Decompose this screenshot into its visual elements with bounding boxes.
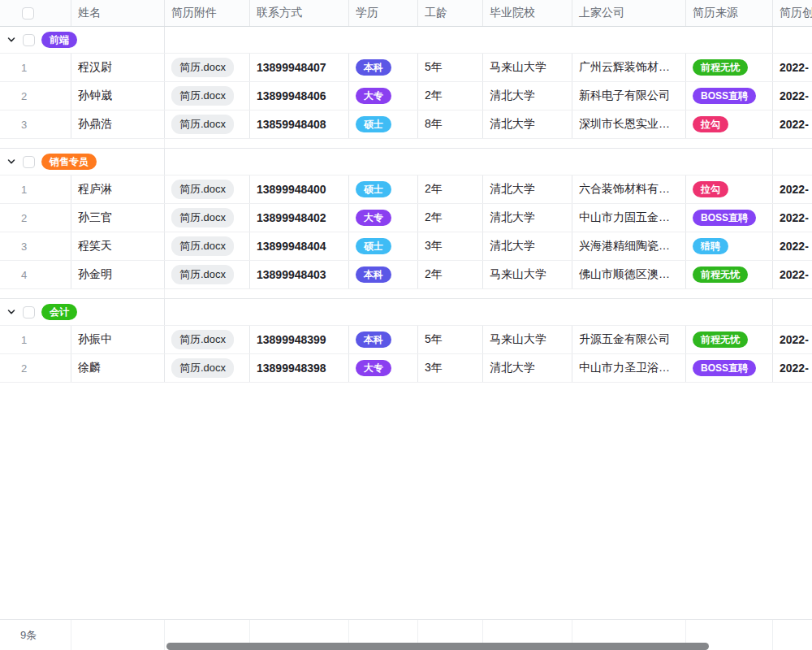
attachment-cell[interactable]: 简历.docx: [165, 82, 250, 110]
attachment-cell[interactable]: 简历.docx: [165, 354, 250, 382]
row-number-cell[interactable]: 3: [0, 232, 71, 260]
source-cell[interactable]: 前程无忧: [686, 261, 773, 288]
attachment-cell[interactable]: 简历.docx: [165, 204, 250, 232]
source-cell[interactable]: 拉勾: [686, 176, 773, 203]
attachment-chip[interactable]: 简历.docx: [171, 115, 234, 134]
name-cell[interactable]: 程庐淋: [71, 176, 165, 203]
years-cell[interactable]: 5年: [418, 54, 483, 81]
education-cell[interactable]: 硕士: [349, 110, 418, 138]
years-cell[interactable]: 2年: [418, 204, 483, 232]
source-cell[interactable]: 猎聘: [686, 232, 773, 260]
attachment-chip[interactable]: 简历.docx: [171, 208, 234, 228]
attachment-chip[interactable]: 简历.docx: [171, 358, 234, 378]
column-header-name[interactable]: 姓名: [71, 0, 165, 26]
attachment-cell[interactable]: 简历.docx: [165, 176, 250, 203]
years-cell[interactable]: 2年: [418, 261, 483, 288]
phone-cell[interactable]: 13899948398: [250, 354, 349, 382]
phone-cell[interactable]: 13899948400: [250, 176, 349, 203]
company-cell[interactable]: 广州云辉装饰材…: [572, 54, 686, 81]
attachment-cell[interactable]: 简历.docx: [165, 110, 250, 138]
name-cell[interactable]: 程笑天: [71, 232, 165, 260]
name-cell[interactable]: 程汉尉: [71, 54, 165, 81]
created-cell[interactable]: 2022-: [773, 354, 812, 382]
row-number-cell[interactable]: 4: [0, 261, 71, 288]
source-cell[interactable]: BOSS直聘: [686, 204, 773, 232]
column-header-created[interactable]: 简历创建时间: [773, 0, 812, 26]
education-cell[interactable]: 大专: [349, 354, 418, 382]
attachment-cell[interactable]: 简历.docx: [165, 326, 250, 353]
source-cell[interactable]: BOSS直聘: [686, 82, 773, 110]
source-cell[interactable]: BOSS直聘: [686, 354, 773, 382]
years-cell[interactable]: 5年: [418, 326, 483, 353]
name-cell[interactable]: 孙三官: [71, 204, 165, 232]
name-cell[interactable]: 孙金明: [71, 261, 165, 288]
created-cell[interactable]: 2022-: [773, 110, 812, 138]
name-cell[interactable]: 徐麟: [71, 354, 165, 382]
school-cell[interactable]: 清北大学: [483, 354, 572, 382]
row-number-cell[interactable]: 2: [0, 204, 71, 232]
school-cell[interactable]: 清北大学: [483, 82, 572, 110]
chevron-down-icon[interactable]: [6, 307, 16, 317]
years-cell[interactable]: 3年: [418, 354, 483, 382]
education-cell[interactable]: 大专: [349, 82, 418, 110]
created-cell[interactable]: 2022-: [773, 176, 812, 203]
row-number-cell[interactable]: 1: [0, 176, 71, 203]
created-cell[interactable]: 2022-: [773, 326, 812, 353]
row-number-cell[interactable]: 1: [0, 326, 71, 353]
company-cell[interactable]: 佛山市顺德区澳…: [572, 261, 686, 288]
column-header-school[interactable]: 毕业院校: [483, 0, 572, 26]
column-header-phone[interactable]: 联系方式: [250, 0, 349, 26]
phone-cell[interactable]: 13899948403: [250, 261, 349, 288]
attachment-chip[interactable]: 简历.docx: [171, 86, 234, 106]
chevron-down-icon[interactable]: [6, 157, 16, 167]
attachment-chip[interactable]: 简历.docx: [171, 180, 234, 199]
company-cell[interactable]: 新科电子有限公司: [572, 82, 686, 110]
company-cell[interactable]: 六合装饰材料有…: [572, 176, 686, 203]
column-header-years[interactable]: 工龄: [418, 0, 483, 26]
company-cell[interactable]: 中山市力固五金…: [572, 204, 686, 232]
row-number-cell[interactable]: 2: [0, 354, 71, 382]
education-cell[interactable]: 大专: [349, 204, 418, 232]
chevron-down-icon[interactable]: [6, 35, 16, 45]
row-number-cell[interactable]: 1: [0, 54, 71, 81]
select-all-cell[interactable]: [0, 0, 71, 26]
source-cell[interactable]: 拉勾: [686, 110, 773, 138]
row-number-cell[interactable]: 3: [0, 110, 71, 138]
column-header-education[interactable]: 学历: [349, 0, 418, 26]
attachment-chip[interactable]: 简历.docx: [171, 58, 234, 77]
horizontal-scrollbar[interactable]: [166, 643, 709, 650]
footer-summary-cell[interactable]: [71, 620, 165, 650]
column-header-source[interactable]: 简历来源: [686, 0, 773, 26]
attachment-cell[interactable]: 简历.docx: [165, 232, 250, 260]
created-cell[interactable]: 2022-: [773, 82, 812, 110]
name-cell[interactable]: 孙振中: [71, 326, 165, 353]
phone-cell[interactable]: 13899948399: [250, 326, 349, 353]
school-cell[interactable]: 马来山大学: [483, 261, 572, 288]
phone-cell[interactable]: 13899948404: [250, 232, 349, 260]
attachment-cell[interactable]: 简历.docx: [165, 54, 250, 81]
years-cell[interactable]: 8年: [418, 110, 483, 138]
education-cell[interactable]: 硕士: [349, 176, 418, 203]
group-checkbox[interactable]: [23, 156, 35, 168]
school-cell[interactable]: 清北大学: [483, 176, 572, 203]
education-cell[interactable]: 本科: [349, 54, 418, 81]
created-cell[interactable]: 2022-: [773, 54, 812, 81]
attachment-chip[interactable]: 简历.docx: [171, 236, 234, 256]
select-all-checkbox[interactable]: [22, 7, 34, 20]
school-cell[interactable]: 马来山大学: [483, 54, 572, 81]
created-cell[interactable]: 2022-: [773, 204, 812, 232]
attachment-cell[interactable]: 简历.docx: [165, 261, 250, 288]
column-header-company[interactable]: 上家公司: [572, 0, 686, 26]
school-cell[interactable]: 清北大学: [483, 110, 572, 138]
company-cell[interactable]: 升源五金有限公司: [572, 326, 686, 353]
phone-cell[interactable]: 13859948408: [250, 110, 349, 138]
group-checkbox[interactable]: [23, 34, 35, 46]
education-cell[interactable]: 本科: [349, 261, 418, 288]
phone-cell[interactable]: 13899948407: [250, 54, 349, 81]
row-number-cell[interactable]: 2: [0, 82, 71, 110]
school-cell[interactable]: 清北大学: [483, 232, 572, 260]
source-cell[interactable]: 前程无忧: [686, 54, 773, 81]
company-cell[interactable]: 中山市力圣卫浴…: [572, 354, 686, 382]
name-cell[interactable]: 孙鼎浩: [71, 110, 165, 138]
phone-cell[interactable]: 13899948406: [250, 82, 349, 110]
